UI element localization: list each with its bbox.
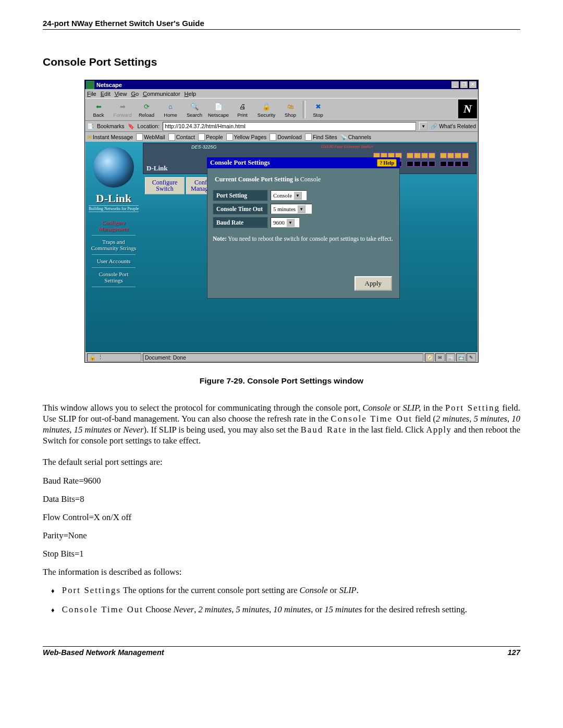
menu-edit[interactable]: Edit xyxy=(101,91,111,97)
select-port-setting[interactable]: Console▼ xyxy=(271,190,307,201)
nav-user-accounts[interactable]: User Accounts xyxy=(97,258,130,264)
print-icon: 🖨 xyxy=(237,101,248,112)
status-security[interactable]: 🔓 ⋮ xyxy=(87,353,141,362)
console-panel: Console Port Settings ?Help Current Cons… xyxy=(207,157,400,299)
figure-caption: Figure 7-29. Console Port Settings windo… xyxy=(43,376,520,386)
url-field[interactable]: http://10.24.37.2/html/Hmain.html xyxy=(163,122,416,131)
nav-traps[interactable]: Traps andCommunity Strings xyxy=(91,239,137,251)
label-port-setting: Port Setting xyxy=(213,190,268,201)
stop-button[interactable]: ✖Stop xyxy=(307,100,329,119)
bullet-console-timeout: Console Time Out Choose Never, 2 minutes… xyxy=(43,604,520,615)
search-icon: 🔍 xyxy=(189,101,200,112)
search-button[interactable]: 🔍Search xyxy=(183,100,206,119)
security-button[interactable]: 🔒Security xyxy=(255,100,278,119)
default-stopbits: Stop Bits=1 xyxy=(43,548,520,559)
panel-note: Note: You need to reboot the switch for … xyxy=(213,236,394,242)
brand-subtitle: Building Networks for People xyxy=(89,205,139,212)
page-number: 127 xyxy=(508,648,520,657)
default-parity: Parity=None xyxy=(43,530,520,541)
page-icon xyxy=(198,133,205,141)
status-icon-nav[interactable]: 🧭 xyxy=(425,353,434,362)
menu-communicator[interactable]: Communicator xyxy=(143,91,180,97)
shop-icon: 🛍 xyxy=(285,101,296,112)
page-icon xyxy=(136,133,143,141)
status-icon-news[interactable]: 📰 xyxy=(446,353,455,362)
menubar: FFileile Edit View Go Communicator Help xyxy=(85,89,478,98)
select-baud-rate[interactable]: 9600▼ xyxy=(271,217,300,228)
link-channels[interactable]: 📡Channels xyxy=(340,134,371,141)
location-bar: 📑 Bookmarks 🔖 Location: http://10.24.37.… xyxy=(85,121,478,132)
page-footer: Web-Based Network Management 127 xyxy=(43,646,520,657)
status-text: Document: Done xyxy=(143,353,423,362)
reload-button[interactable]: ⟳Reload xyxy=(135,100,158,119)
home-button[interactable]: ⌂Home xyxy=(159,100,182,119)
whats-related[interactable]: What's Related xyxy=(439,123,476,129)
default-flow: Flow Control=X on/X off xyxy=(43,512,520,523)
menu-help[interactable]: Help xyxy=(185,91,197,97)
globe-icon xyxy=(93,147,134,188)
nav-console-port[interactable]: Console PortSettings xyxy=(99,271,128,283)
statusbar: 🔓 ⋮ Document: Done 🧭 ✉ 📰 📇 ✎ xyxy=(85,352,478,362)
section-title: Console Port Settings xyxy=(43,56,520,68)
status-icon-ab[interactable]: 📇 xyxy=(456,353,466,362)
footer-title: Web-Based Network Management xyxy=(43,648,164,657)
maximize-button[interactable]: ❐ xyxy=(460,81,468,89)
current-setting-line: Current Console Port Setting is Console xyxy=(215,176,394,183)
chevron-down-icon: ▼ xyxy=(286,218,295,227)
minimize-button[interactable]: _ xyxy=(451,81,459,89)
body-text: This window allows you to select the pro… xyxy=(43,402,520,615)
banner-label: 10/100 Fast Ethernet Switch xyxy=(321,144,373,149)
label-baud-rate: Baud Rate xyxy=(213,217,268,228)
print-button[interactable]: 🖨Print xyxy=(231,100,254,119)
status-icon-comp[interactable]: ✎ xyxy=(467,353,476,362)
link-find-sites[interactable]: Find Sites xyxy=(305,133,337,141)
menu-go[interactable]: Go xyxy=(131,91,139,97)
tab-configure-switch[interactable]: ConfigureSwitch xyxy=(145,177,185,194)
defaults-intro: The default serial port settings are: xyxy=(43,456,520,467)
paragraph-intro: This window allows you to select the pro… xyxy=(43,402,520,446)
nav-configure-management[interactable]: ConfigureManagement xyxy=(99,219,128,232)
throbber-icon: N xyxy=(458,100,477,118)
toolbar: ⬅Back ➡Forward ⟳Reload ⌂Home 🔍Search 📄Ne… xyxy=(85,98,478,121)
shop-button[interactable]: 🛍Shop xyxy=(279,100,302,119)
back-icon: ⬅ xyxy=(93,101,104,112)
netscape-button[interactable]: 📄Netscape xyxy=(207,100,230,119)
select-console-timeout[interactable]: 5 minutes▼ xyxy=(271,204,312,214)
bookmarks-icon[interactable]: 📑 xyxy=(87,123,94,130)
panel-help-button[interactable]: ?Help xyxy=(377,159,397,167)
app-icon xyxy=(86,81,94,89)
location-icon: 🔖 xyxy=(128,123,134,130)
link-download[interactable]: Download xyxy=(270,133,302,141)
help-icon: ? xyxy=(380,160,382,166)
close-button[interactable]: ✕ xyxy=(469,81,477,89)
lock-icon: 🔒 xyxy=(261,101,272,112)
chevron-down-icon: ▼ xyxy=(293,191,302,200)
brand-logo: D-Link xyxy=(96,192,131,205)
page-icon xyxy=(270,133,276,141)
left-sidebar: D-Link Building Networks for People Conf… xyxy=(85,142,142,353)
link-webmail[interactable]: WebMail xyxy=(136,133,165,141)
forward-button[interactable]: ➡Forward xyxy=(111,100,134,119)
link-contact[interactable]: Contact xyxy=(168,133,195,141)
model-label: DES-3225G xyxy=(191,144,217,150)
chevron-down-icon: ▼ xyxy=(297,205,305,213)
bullet-port-settings: Port Settings The options for the curren… xyxy=(43,585,520,596)
back-button[interactable]: ⬅Back xyxy=(87,100,110,119)
menu-view[interactable]: View xyxy=(115,91,127,97)
link-instant-message[interactable]: ✉Instant Message xyxy=(87,134,133,140)
stop-icon: ✖ xyxy=(312,101,324,112)
bookmarks-label[interactable]: Bookmarks xyxy=(97,123,125,129)
link-yellow-pages[interactable]: Yellow Pages xyxy=(226,133,267,141)
link-people[interactable]: People xyxy=(198,133,223,141)
reload-icon: ⟳ xyxy=(141,101,152,112)
label-console-timeout: Console Time Out xyxy=(213,203,268,215)
menu-file[interactable]: FFileile xyxy=(87,91,96,97)
personal-toolbar: ✉Instant Message WebMail Contact People … xyxy=(85,132,478,143)
default-databits: Data Bits=8 xyxy=(43,493,520,504)
apply-button[interactable]: Apply xyxy=(354,276,393,291)
related-icon[interactable]: 🔗 xyxy=(431,123,437,130)
status-icon-mail[interactable]: ✉ xyxy=(435,353,445,362)
netscape-icon: 📄 xyxy=(213,101,224,112)
home-icon: ⌂ xyxy=(165,101,176,112)
dropdown-icon[interactable]: ▼ xyxy=(419,122,427,130)
